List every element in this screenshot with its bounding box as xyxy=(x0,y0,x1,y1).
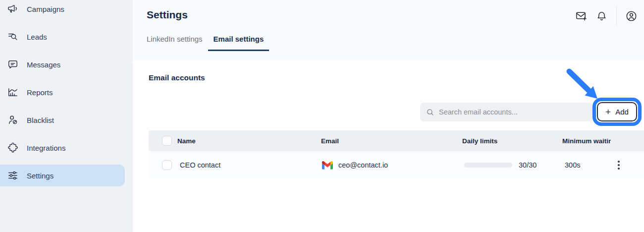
page-title: Settings xyxy=(147,9,188,21)
account-email: ceo@contact.io xyxy=(322,151,388,179)
add-email-account-button[interactable]: + Add xyxy=(597,102,637,121)
header-divider xyxy=(616,6,617,26)
puzzle-icon xyxy=(7,142,18,153)
sidebar-item-label: Blacklist xyxy=(27,116,54,124)
sidebar-item-blacklist[interactable]: Blacklist xyxy=(0,109,125,131)
table-row: CEO contact ceo@contact.io xyxy=(149,151,644,179)
sidebar-item-reports[interactable]: Reports xyxy=(0,81,125,103)
search-icon xyxy=(426,108,434,116)
mail-plus-icon[interactable] xyxy=(576,10,587,22)
daily-limit-value: 30/30 xyxy=(519,151,537,179)
select-all-checkbox[interactable] xyxy=(162,130,172,151)
chart-icon xyxy=(7,87,18,98)
search-email-accounts xyxy=(420,103,592,121)
sidebar-item-integrations[interactable]: Integrations xyxy=(0,137,125,159)
email-accounts-table: Name Email Daily limits Minimum waiting … xyxy=(149,130,644,179)
plus-icon: + xyxy=(605,107,611,116)
main-area: Settings LinkedIn settings Email setting… xyxy=(133,0,644,232)
column-header-daily-limits: Daily limits xyxy=(462,130,497,151)
settings-tabs: LinkedIn settings Email settings xyxy=(141,35,269,51)
sidebar-nav: Campaigns Leads Messages Reports xyxy=(0,0,125,192)
daily-limit-progress xyxy=(464,151,512,179)
chat-icon xyxy=(7,59,18,70)
kebab-menu-icon[interactable] xyxy=(615,159,623,171)
user-block-icon xyxy=(7,115,18,125)
megaphone-icon xyxy=(7,3,18,14)
annotation-highlight-box: + Add xyxy=(592,98,642,126)
table-header-row: Name Email Daily limits Minimum waiting xyxy=(149,130,644,151)
sidebar: Campaigns Leads Messages Reports xyxy=(0,0,133,232)
sidebar-item-label: Integrations xyxy=(27,144,65,152)
gmail-icon xyxy=(322,161,333,170)
sidebar-item-campaigns[interactable]: Campaigns xyxy=(0,0,125,20)
sidebar-item-label: Reports xyxy=(27,88,53,97)
row-checkbox[interactable] xyxy=(162,151,172,179)
sidebar-item-label: Leads xyxy=(27,33,47,41)
header-actions xyxy=(576,6,637,25)
column-header-name: Name xyxy=(177,130,196,151)
minimum-waiting-value: 300s xyxy=(565,151,580,179)
lead-search-icon xyxy=(7,31,18,42)
sidebar-item-leads[interactable]: Leads xyxy=(0,26,125,48)
account-name: CEO contact xyxy=(180,151,220,179)
column-header-email: Email xyxy=(321,130,339,151)
page-header: Settings LinkedIn settings Email setting… xyxy=(133,0,644,60)
bell-icon[interactable] xyxy=(596,10,607,22)
sidebar-item-messages[interactable]: Messages xyxy=(0,54,125,75)
email-settings-panel: Email accounts + Add xyxy=(133,60,644,232)
sidebar-item-settings[interactable]: Settings xyxy=(0,165,125,186)
tab-linkedin-settings[interactable]: LinkedIn settings xyxy=(141,35,208,51)
column-header-minimum-waiting: Minimum waiting xyxy=(562,130,611,151)
user-avatar-icon[interactable] xyxy=(626,10,637,22)
app-root: Campaigns Leads Messages Reports xyxy=(0,0,644,232)
email-address: ceo@contact.io xyxy=(338,161,388,169)
sliders-icon xyxy=(7,170,18,181)
row-actions xyxy=(615,151,623,179)
section-title: Email accounts xyxy=(149,73,205,82)
tab-email-settings[interactable]: Email settings xyxy=(208,35,269,51)
sidebar-item-label: Campaigns xyxy=(27,5,64,13)
sidebar-item-label: Messages xyxy=(27,60,60,69)
sidebar-item-label: Settings xyxy=(27,172,54,180)
search-input[interactable] xyxy=(439,108,587,116)
